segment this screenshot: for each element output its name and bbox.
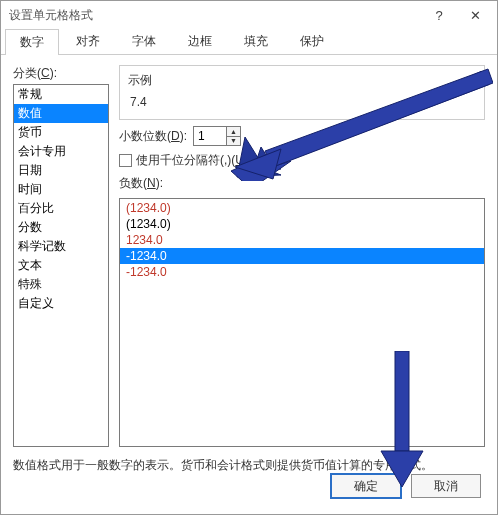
category-item-fraction[interactable]: 分数 — [14, 218, 108, 237]
decimals-label: 小数位数(D): — [119, 128, 187, 145]
close-icon: ✕ — [470, 8, 481, 23]
negative-item[interactable]: -1234.0 — [120, 248, 484, 264]
category-item-time[interactable]: 时间 — [14, 180, 108, 199]
category-item-general[interactable]: 常规 — [14, 85, 108, 104]
tab-fill[interactable]: 填充 — [229, 28, 283, 54]
category-label: 分类(C): — [13, 65, 109, 82]
decimals-down[interactable]: ▼ — [227, 136, 240, 146]
negative-item[interactable]: (1234.0) — [120, 216, 484, 232]
decimals-row: 小数位数(D): ▲ ▼ — [119, 126, 485, 146]
example-label: 示例 — [128, 72, 476, 89]
thousands-row: 使用千位分隔符(,)(U) — [119, 152, 485, 169]
category-panel: 分类(C): 常规 数值 货币 会计专用 日期 时间 百分比 分数 科学记数 文… — [13, 65, 109, 447]
help-icon: ? — [435, 8, 442, 23]
tab-font[interactable]: 字体 — [117, 28, 171, 54]
example-value: 7.4 — [128, 95, 476, 109]
dialog-window: 设置单元格格式 ? ✕ 数字 对齐 字体 边框 填充 保护 分类(C): 常规 … — [0, 0, 498, 515]
help-button[interactable]: ? — [421, 3, 457, 27]
decimals-spinner[interactable]: ▲ ▼ — [193, 126, 241, 146]
thousands-checkbox[interactable] — [119, 154, 132, 167]
tab-border[interactable]: 边框 — [173, 28, 227, 54]
category-item-percent[interactable]: 百分比 — [14, 199, 108, 218]
category-item-scientific[interactable]: 科学记数 — [14, 237, 108, 256]
example-frame: 示例 7.4 — [119, 65, 485, 120]
titlebar: 设置单元格格式 ? ✕ — [1, 1, 497, 29]
decimals-input[interactable] — [194, 127, 226, 145]
negative-label: 负数(N): — [119, 175, 485, 192]
decimals-up[interactable]: ▲ — [227, 127, 240, 136]
tab-align[interactable]: 对齐 — [61, 28, 115, 54]
thousands-label: 使用千位分隔符(,)(U) — [136, 152, 248, 169]
negative-item[interactable]: 1234.0 — [120, 232, 484, 248]
category-item-custom[interactable]: 自定义 — [14, 294, 108, 313]
category-item-accounting[interactable]: 会计专用 — [14, 142, 108, 161]
negative-item[interactable]: -1234.0 — [120, 264, 484, 280]
category-item-currency[interactable]: 货币 — [14, 123, 108, 142]
window-title: 设置单元格格式 — [9, 7, 93, 24]
close-button[interactable]: ✕ — [457, 3, 493, 27]
category-item-number[interactable]: 数值 — [14, 104, 108, 123]
options-panel: 示例 7.4 小数位数(D): ▲ ▼ 使用千位分隔符(,)( — [119, 65, 485, 447]
dialog-body: 分类(C): 常规 数值 货币 会计专用 日期 时间 百分比 分数 科学记数 文… — [1, 55, 497, 453]
cancel-button[interactable]: 取消 — [411, 474, 481, 498]
category-listbox[interactable]: 常规 数值 货币 会计专用 日期 时间 百分比 分数 科学记数 文本 特殊 自定… — [13, 84, 109, 447]
category-item-date[interactable]: 日期 — [14, 161, 108, 180]
tab-protect[interactable]: 保护 — [285, 28, 339, 54]
negative-listbox[interactable]: (1234.0) (1234.0) 1234.0 -1234.0 -1234.0 — [119, 198, 485, 447]
negative-item[interactable]: (1234.0) — [120, 200, 484, 216]
dialog-footer: 确定 取消 — [331, 474, 481, 498]
ok-button[interactable]: 确定 — [331, 474, 401, 498]
category-item-text[interactable]: 文本 — [14, 256, 108, 275]
tab-number[interactable]: 数字 — [5, 29, 59, 55]
tab-strip: 数字 对齐 字体 边框 填充 保护 — [1, 29, 497, 55]
category-item-special[interactable]: 特殊 — [14, 275, 108, 294]
